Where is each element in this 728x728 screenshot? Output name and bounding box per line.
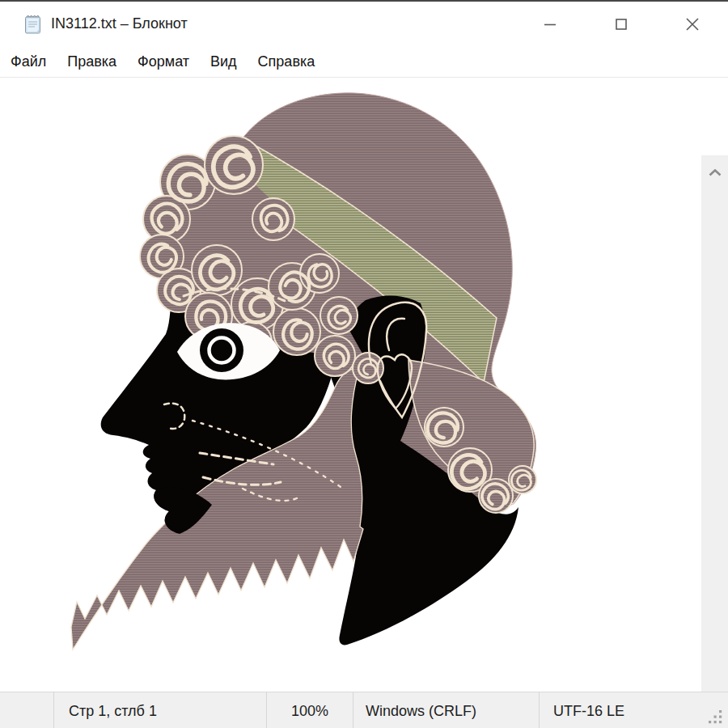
resize-grip[interactable] [707,709,724,726]
status-line-ending: Windows (CRLF) [353,692,540,728]
status-spacer [0,692,54,728]
menu-format[interactable]: Формат [127,49,200,75]
zoom-level-text: 100% [291,703,328,720]
cursor-position-text: Стр 1, стлб 1 [69,703,157,720]
scroll-up-button[interactable] [701,159,728,186]
menu-edit[interactable]: Правка [57,49,127,75]
chevron-up-icon [709,169,722,176]
encoding-text: UTF-16 LE [553,703,624,720]
titlebar[interactable]: IN3112.txt – Блокнот [0,2,728,46]
window-title: IN3112.txt – Блокнот [51,15,188,32]
caption-buttons [514,2,728,46]
maximize-icon [613,16,629,32]
close-button[interactable] [657,2,728,46]
minimize-icon [542,16,558,32]
notepad-window: IN3112.txt – Блокнот Файл Правка Формат [0,0,728,728]
menu-help[interactable]: Справка [248,49,326,75]
notepad-icon [23,14,43,35]
menubar: Файл Правка Формат Вид Справка [0,46,728,78]
line-ending-text: Windows (CRLF) [366,703,476,720]
status-zoom: 100% [267,692,353,728]
status-encoding: UTF-16 LE [540,692,728,728]
menu-file[interactable]: Файл [0,49,57,75]
status-cursor-position: Стр 1, стлб 1 [54,692,267,728]
vertical-scrollbar[interactable] [701,155,728,692]
close-icon [684,15,701,33]
minimize-button[interactable] [514,2,586,46]
greek-profile-figure [0,78,701,692]
maximize-button[interactable] [586,2,657,46]
text-area[interactable] [0,78,728,692]
statusbar: Стр 1, стлб 1 100% Windows (CRLF) UTF-16… [0,692,728,728]
menu-view[interactable]: Вид [200,49,248,75]
